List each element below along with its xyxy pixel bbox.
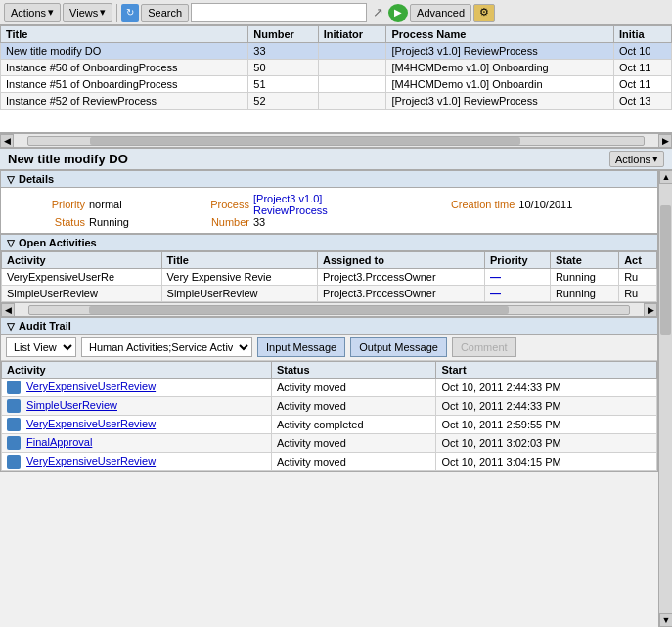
audit-row-icon (7, 381, 21, 394)
table-row[interactable]: New title modify DO 33 [Project3 v1.0] R… (1, 43, 672, 60)
cell-number: 33 (248, 43, 318, 60)
details-section-label: Details (19, 173, 54, 185)
table-row[interactable]: Instance #51 of OnboardingProcess 51 [M4… (1, 76, 672, 93)
open-activities-section: ▽ Open Activities Activity Title Assigne… (0, 234, 658, 317)
open-activities-collapse-icon[interactable]: ▽ (7, 238, 15, 248)
audit-cell-start: Oct 10, 2011 2:59:55 PM (436, 416, 657, 434)
cell-number: 51 (248, 76, 318, 93)
actions-button[interactable]: Actions ▾ (4, 3, 61, 22)
lower-title-bar: New title modify DO Actions ▾ (0, 147, 672, 170)
comment-button[interactable]: Comment (452, 337, 516, 357)
details-section: ▽ Details Priority normal Process [Proje… (0, 170, 658, 234)
lower-main: ▽ Details Priority normal Process [Proje… (0, 170, 658, 627)
activities-hscroll[interactable]: ◀ ▶ (1, 302, 657, 316)
details-collapse-icon[interactable]: ▽ (7, 174, 15, 185)
audit-row-icon (7, 455, 21, 469)
vscroll-thumb[interactable] (660, 205, 671, 335)
audit-cell-status: Activity moved (271, 453, 436, 471)
settings-icon[interactable]: ⚙ (473, 4, 495, 22)
table-row[interactable]: SimpleUserReview SimpleUserReview Projec… (2, 286, 657, 302)
audit-cell-activity: VeryExpensiveUserReview (2, 379, 272, 397)
search-go-icon[interactable]: ↗ (369, 4, 386, 22)
table-row[interactable]: SimpleUserReview Activity moved Oct 10, … (2, 397, 657, 416)
number-label: Number (185, 216, 253, 228)
table-row[interactable]: VeryExpensiveUserReview Activity moved O… (2, 379, 657, 397)
cell-initiator (318, 93, 386, 110)
table-row[interactable]: Instance #50 of OnboardingProcess 50 [M4… (1, 60, 672, 76)
audit-cell-start: Oct 10, 2011 3:02:03 PM (436, 434, 657, 453)
advanced-button[interactable]: Advanced (410, 4, 471, 22)
cell-initiator (318, 76, 386, 93)
act-hscroll-track (28, 305, 630, 315)
status-label: Status (11, 216, 89, 228)
toolbar: Actions ▾ Views ▾ ↻ Search ↗ ▶ Advanced … (0, 0, 672, 25)
audit-trail-section: ▽ Audit Trail List View Human Activities… (0, 317, 658, 472)
table-row[interactable]: Instance #52 of ReviewProcess 52 [Projec… (1, 93, 672, 110)
audit-activity-link[interactable]: FinalApproval (26, 436, 92, 448)
views-button[interactable]: Views ▾ (63, 3, 112, 22)
right-scrollbar[interactable]: ▲ ▼ (658, 170, 672, 627)
act-hscroll-left[interactable]: ◀ (1, 303, 15, 317)
act-cell-title: Very Expensive Revie (161, 269, 317, 286)
cell-title: New title modify DO (1, 43, 248, 60)
search-input[interactable] (191, 3, 367, 22)
vscroll-down[interactable]: ▼ (659, 613, 672, 627)
audit-activity-link[interactable]: VeryExpensiveUserReview (26, 455, 156, 467)
audit-activity-link[interactable]: VeryExpensiveUserReview (26, 381, 156, 392)
cell-initiated: Oct 10 (614, 43, 672, 60)
act-col-activity: Activity (2, 252, 162, 269)
act-cell-state: Running (550, 286, 618, 302)
audit-cell-status: Activity moved (271, 434, 436, 453)
table-row[interactable]: FinalApproval Activity moved Oct 10, 201… (2, 434, 657, 453)
table-row[interactable]: VeryExpensiveUserRe Very Expensive Revie… (2, 269, 657, 286)
play-icon[interactable]: ▶ (388, 4, 408, 22)
priority-value: normal (89, 193, 185, 216)
actions-label: Actions (11, 7, 46, 19)
audit-list-view-select[interactable]: List View (6, 337, 76, 357)
upper-hscroll[interactable]: ◀ ▶ (0, 133, 672, 147)
upper-panel: Title Number Initiator Process Name Init… (0, 25, 672, 133)
open-activities-label: Open Activities (19, 237, 97, 248)
cell-initiated: Oct 13 (614, 93, 672, 110)
audit-row-icon (7, 418, 21, 431)
audit-activity-link[interactable]: SimpleUserReview (26, 399, 117, 411)
refresh-icon[interactable]: ↻ (121, 4, 139, 22)
audit-section-label: Audit Trail (19, 320, 71, 332)
audit-row-icon (7, 436, 21, 450)
hscroll-left[interactable]: ◀ (0, 134, 14, 148)
input-message-button[interactable]: Input Message (257, 337, 345, 357)
search-button[interactable]: Search (141, 4, 189, 22)
audit-table: Activity Status Start VeryExpensiveUserR… (1, 361, 657, 471)
hscroll-right[interactable]: ▶ (658, 134, 672, 148)
audit-filter-select[interactable]: Human Activities;Service Activiti... (81, 337, 252, 357)
output-message-button[interactable]: Output Message (350, 337, 447, 357)
col-title: Title (1, 26, 248, 43)
audit-cell-activity: VeryExpensiveUserReview (2, 453, 272, 471)
audit-collapse-icon[interactable]: ▽ (7, 321, 15, 332)
act-cell-assigned: Project3.ProcessOwner (318, 269, 485, 286)
details-body: Priority normal Process [Project3 v1.0]R… (0, 188, 658, 234)
audit-cell-activity: VeryExpensiveUserReview (2, 416, 272, 434)
act-hscroll-thumb[interactable] (89, 306, 509, 314)
act-col-act: Act (619, 252, 657, 269)
act-col-priority: Priority (485, 252, 551, 269)
col-initiated: Initia (614, 26, 672, 43)
hscroll-thumb[interactable] (90, 137, 520, 145)
hscroll-track (27, 136, 645, 146)
audit-col-start: Start (436, 362, 657, 379)
audit-activity-link[interactable]: VeryExpensiveUserReview (26, 418, 156, 429)
open-activities-header: ▽ Open Activities (0, 234, 658, 251)
cell-initiator (318, 60, 386, 76)
table-row[interactable]: VeryExpensiveUserReview Activity moved O… (2, 453, 657, 471)
audit-toolbar: List View Human Activities;Service Activ… (1, 335, 657, 361)
act-cell-priority: — (485, 269, 551, 286)
table-row[interactable]: VeryExpensiveUserReview Activity complet… (2, 416, 657, 434)
lower-actions-button[interactable]: Actions ▾ (609, 151, 664, 167)
act-hscroll-right[interactable]: ▶ (644, 303, 657, 317)
lower-actions-label: Actions (615, 154, 650, 165)
cell-process: [Project3 v1.0] ReviewProcess (386, 93, 614, 110)
act-cell-activity: SimpleUserReview (2, 286, 162, 302)
vscroll-up[interactable]: ▲ (659, 170, 672, 184)
act-col-state: State (550, 252, 618, 269)
act-cell-act: Ru (619, 269, 657, 286)
